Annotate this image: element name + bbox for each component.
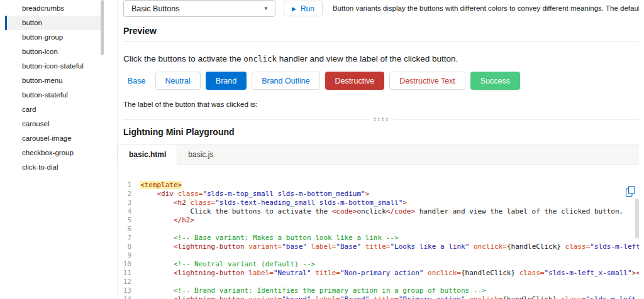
sidebar-item-card[interactable]: card: [5, 102, 101, 117]
chevron-down-icon: ▼: [264, 6, 269, 11]
line-number: 4: [118, 207, 140, 216]
line-number: 11: [118, 269, 140, 278]
line-number: 10: [118, 260, 140, 269]
preview-button-brand[interactable]: Brand: [206, 72, 247, 90]
sidebar-nav-list: breadcrumbs button button-group button-i…: [0, 1, 117, 171]
code-line[interactable]: 2 <div class="slds-m-top_small slds-m-bo…: [118, 190, 639, 198]
inline-code: onclick: [243, 54, 277, 63]
code-line[interactable]: 7 <!-- Base variant: Makes a button look…: [118, 234, 639, 242]
copy-icon: [626, 186, 635, 197]
code-line[interactable]: 6: [118, 225, 639, 234]
resize-splitter[interactable]: ::::: [123, 116, 639, 122]
preview-button-success[interactable]: Success: [470, 72, 520, 90]
sidebar-item-carousel[interactable]: carousel: [5, 117, 101, 131]
line-number: 5: [118, 216, 140, 225]
clicked-label-prompt: The label of the button that was clicked…: [123, 101, 639, 108]
code-line[interactable]: 14 <lightning-button variant="brand" lab…: [118, 295, 639, 299]
sidebar-item-button-icon-stateful[interactable]: button-icon-stateful: [5, 59, 101, 73]
example-description: Button variants display the buttons with…: [333, 0, 639, 17]
example-toolbar: Basic Buttons ▼ ▶ Run Button variants di…: [123, 0, 639, 18]
code-area[interactable]: 1<template>2 <div class="slds-m-top_smal…: [118, 181, 639, 299]
line-number: 1: [118, 181, 140, 190]
sidebar-item-click-to-dial[interactable]: click-to-dial: [5, 160, 101, 171]
code-line[interactable]: 4 Click the buttons to activate the <cod…: [118, 207, 639, 216]
sidebar-item-carousel-image[interactable]: carousel-image: [5, 131, 101, 146]
tab-basic-js[interactable]: basic.js: [177, 145, 224, 164]
preview-divider: [123, 41, 639, 42]
sidebar-item-button[interactable]: button: [5, 16, 101, 30]
line-number: 3: [118, 198, 140, 207]
preview-button-brand-outline[interactable]: Brand Outline: [252, 72, 319, 90]
main-content: Basic Buttons ▼ ▶ Run Button variants di…: [118, 0, 644, 299]
preview-heading: Preview: [123, 26, 639, 36]
sidebar-scrollbar-thumb[interactable]: [101, 0, 104, 55]
line-number: 8: [118, 242, 140, 251]
sidebar-item-button-icon[interactable]: button-icon: [5, 45, 101, 59]
line-number: 14: [118, 295, 140, 299]
code-line[interactable]: 3 <h2 class="slds-text-heading_small sld…: [118, 198, 639, 207]
preview-instruction: Click the buttons to activate the onclic…: [123, 54, 639, 63]
sidebar-item-breadcrumbs[interactable]: breadcrumbs: [5, 1, 101, 16]
tab-basic-html[interactable]: basic.html: [118, 145, 177, 164]
code-line[interactable]: 8 <lightning-button variant="base" label…: [118, 242, 639, 251]
preview-button-neutral[interactable]: Neutral: [155, 72, 201, 90]
page: breadcrumbs button button-group button-i…: [0, 0, 644, 299]
preview-button-base[interactable]: Base: [123, 72, 150, 90]
line-number: 13: [118, 286, 140, 295]
line-number: 9: [118, 251, 140, 260]
run-button[interactable]: ▶ Run: [284, 1, 323, 16]
example-select[interactable]: Basic Buttons ▼: [123, 0, 275, 17]
sidebar-item-checkbox-group[interactable]: checkbox-group: [5, 146, 101, 160]
playground-heading: Lightning Mini Playground: [123, 127, 639, 137]
code-line[interactable]: 13 <!-- Brand variant: Identifies the pr…: [118, 286, 639, 295]
preview-button-destructive-text[interactable]: Destructive Text: [389, 72, 465, 90]
code-line[interactable]: 1<template>: [118, 181, 639, 190]
code-line[interactable]: 12: [118, 278, 639, 286]
example-select-value: Basic Buttons: [131, 4, 179, 13]
line-number: 2: [118, 190, 140, 198]
instruction-text-after: handler and view the label of the clicke…: [277, 54, 458, 63]
preview-button-row: Base Neutral Brand Brand Outline Destruc…: [123, 72, 639, 90]
code-line[interactable]: 10 <!-- Neutral variant (default) -->: [118, 260, 639, 269]
copy-code-button[interactable]: [625, 185, 636, 200]
sidebar: breadcrumbs button button-group button-i…: [0, 0, 118, 299]
line-number: 7: [118, 234, 140, 242]
editor-tab-bar: basic.html basic.js: [118, 144, 639, 165]
preview-button-destructive[interactable]: Destructive: [325, 72, 385, 90]
line-number: 6: [118, 225, 140, 234]
sidebar-item-button-stateful[interactable]: button-stateful: [5, 88, 101, 102]
sidebar-item-button-menu[interactable]: button-menu: [5, 73, 101, 88]
code-editor[interactable]: 1<template>2 <div class="slds-m-top_smal…: [118, 181, 639, 299]
code-line[interactable]: 9: [118, 251, 639, 260]
drag-handle-icon[interactable]: ::::: [370, 116, 392, 122]
editor-scrollbar-thumb[interactable]: [635, 198, 639, 239]
instruction-text-before: Click the buttons to activate the: [123, 54, 243, 63]
code-line[interactable]: 5 </h2>: [118, 216, 639, 225]
code-line[interactable]: 11 <lightning-button label="Neutral" tit…: [118, 269, 639, 278]
sidebar-item-button-group[interactable]: button-group: [5, 30, 101, 45]
line-number: 12: [118, 278, 140, 286]
run-button-label: Run: [301, 4, 314, 13]
play-icon: ▶: [292, 6, 296, 12]
